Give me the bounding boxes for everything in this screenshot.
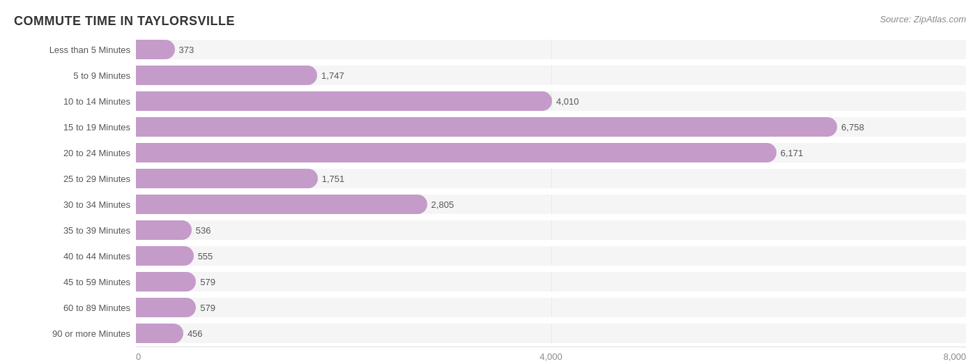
bar-track: 1,747 — [136, 66, 966, 85]
bar-fill: 579 — [136, 272, 196, 291]
bar-row: Less than 5 Minutes373 — [14, 37, 966, 62]
bar-track: 1,751 — [136, 169, 966, 188]
source-label: Source: ZipAtlas.com — [880, 14, 966, 24]
bar-label: 35 to 39 Minutes — [14, 225, 136, 236]
bar-track: 555 — [136, 246, 966, 266]
bar-fill: 536 — [136, 220, 192, 240]
bar-row: 5 to 9 Minutes1,747 — [14, 63, 966, 88]
bar-fill: 456 — [136, 324, 183, 343]
bar-row: 10 to 14 Minutes4,010 — [14, 89, 966, 114]
bar-label: 30 to 34 Minutes — [14, 199, 136, 210]
bar-track: 579 — [136, 298, 966, 317]
bar-row: 25 to 29 Minutes1,751 — [14, 166, 966, 191]
bar-label: 45 to 59 Minutes — [14, 277, 136, 287]
bar-row: 90 or more Minutes456 — [14, 321, 966, 346]
bar-fill: 555 — [136, 246, 194, 266]
chart-title: COMMUTE TIME IN TAYLORSVILLE — [14, 14, 966, 29]
chart-area: Less than 5 Minutes3735 to 9 Minutes1,74… — [14, 37, 966, 324]
bar-value: 4,010 — [556, 96, 579, 107]
bar-row: 20 to 24 Minutes6,171 — [14, 140, 966, 165]
bar-label: 15 to 19 Minutes — [14, 122, 136, 132]
bar-track: 579 — [136, 272, 966, 291]
bar-row: 35 to 39 Minutes536 — [14, 218, 966, 243]
x-axis: 04,0008,000 — [136, 347, 966, 351]
bar-label: 20 to 24 Minutes — [14, 148, 136, 158]
bar-track: 456 — [136, 324, 966, 343]
bar-track: 373 — [136, 40, 966, 59]
bar-label: 5 to 9 Minutes — [14, 70, 136, 81]
bar-label: Less than 5 Minutes — [14, 45, 136, 55]
bar-value: 579 — [200, 303, 215, 313]
bar-fill: 2,805 — [136, 195, 427, 214]
bar-row: 45 to 59 Minutes579 — [14, 269, 966, 294]
chart-container: COMMUTE TIME IN TAYLORSVILLE Source: Zip… — [0, 0, 980, 364]
bar-row: 15 to 19 Minutes6,758 — [14, 114, 966, 139]
bar-track: 2,805 — [136, 195, 966, 214]
bar-value: 555 — [198, 251, 213, 261]
bar-label: 40 to 44 Minutes — [14, 251, 136, 261]
bar-row: 60 to 89 Minutes579 — [14, 295, 966, 320]
x-axis-label: 4,000 — [539, 351, 562, 362]
bar-track: 536 — [136, 220, 966, 240]
bar-label: 90 or more Minutes — [14, 328, 136, 339]
bar-value: 6,758 — [841, 122, 864, 132]
bar-fill: 579 — [136, 298, 196, 317]
bar-value: 1,747 — [321, 70, 344, 81]
bar-value: 373 — [179, 45, 194, 55]
bar-fill: 6,171 — [136, 143, 776, 162]
bar-value: 536 — [196, 225, 211, 236]
x-axis-label: 0 — [136, 351, 141, 362]
bars-section: Less than 5 Minutes3735 to 9 Minutes1,74… — [14, 37, 966, 347]
bar-fill: 6,758 — [136, 117, 837, 137]
bar-fill: 4,010 — [136, 91, 552, 111]
bar-label: 25 to 29 Minutes — [14, 174, 136, 184]
bar-fill: 1,751 — [136, 169, 318, 188]
bar-value: 456 — [187, 328, 203, 339]
bar-value: 2,805 — [431, 199, 454, 210]
x-axis-label: 8,000 — [943, 351, 966, 362]
bar-value: 579 — [200, 277, 215, 287]
bar-label: 60 to 89 Minutes — [14, 303, 136, 313]
bar-track: 6,171 — [136, 143, 966, 162]
bar-fill: 373 — [136, 40, 175, 59]
bar-track: 6,758 — [136, 117, 966, 137]
bar-row: 30 to 34 Minutes2,805 — [14, 192, 966, 217]
bar-track: 4,010 — [136, 91, 966, 111]
bar-label: 10 to 14 Minutes — [14, 96, 136, 107]
bar-row: 40 to 44 Minutes555 — [14, 243, 966, 268]
bar-value: 6,171 — [781, 148, 804, 158]
bar-fill: 1,747 — [136, 66, 317, 85]
bar-value: 1,751 — [322, 174, 345, 184]
